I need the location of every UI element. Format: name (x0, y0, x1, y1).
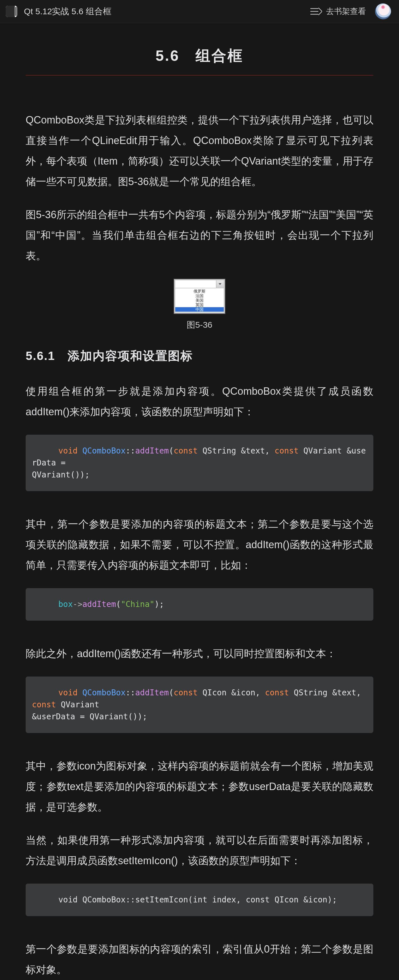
paragraph: 使用组合框的第一步就是添加内容项。QComboBox类提供了成员函数addIte… (26, 381, 373, 422)
book-icon[interactable] (6, 6, 17, 17)
avatar[interactable] (375, 3, 391, 19)
combo-list: 俄罗斯 法国 美国 英国 中国 (175, 288, 224, 312)
page-title: 5.6 组合框 (26, 46, 373, 66)
header-title: Qt 5.12实战 5.6 组合框 (24, 6, 111, 18)
code-block: box->addItem("China"); (26, 588, 373, 620)
figure: 俄罗斯 法国 美国 英国 中国 图5-36 (26, 278, 373, 331)
paragraph: 第一个参数是要添加图标的内容项的索引，索引值从0开始；第二个参数是图标对象。 (26, 939, 373, 980)
bookshelf-icon (309, 6, 322, 16)
header-left: Qt 5.12实战 5.6 组合框 (6, 6, 111, 18)
content: 5.6 组合框 QComboBox类是下拉列表框组控类，提供一个下拉列表供用户选… (0, 23, 399, 980)
combo-item: 俄罗斯 (175, 289, 224, 293)
combo-item: 美国 (175, 298, 224, 302)
combobox-figure: 俄罗斯 法国 美国 英国 中国 (174, 278, 225, 314)
combo-item-selected: 中国 (175, 307, 224, 312)
page: Qt 5.12实战 5.6 组合框 去书架查看 5.6 组合框 QCo (0, 0, 399, 980)
paragraph: 其中，参数icon为图标对象，这样内容项的标题前就会有一个图标，增加美观度；参数… (26, 756, 373, 818)
code-block: void QComboBox::addItem(const QIcon &ico… (26, 676, 373, 733)
bookshelf-label: 去书架查看 (326, 6, 366, 17)
header: Qt 5.12实战 5.6 组合框 去书架查看 (0, 0, 399, 23)
paragraph: 其中，第一个参数是要添加的内容项的标题文本；第二个参数是要与这个选项关联的隐藏数… (26, 514, 373, 576)
paragraph: 当然，如果使用第一种形式添加内容项，就可以在后面需要时再添加图标，方法是调用成员… (26, 830, 373, 871)
combo-item: 法国 (175, 293, 224, 298)
combo-item: 英国 (175, 302, 224, 307)
title-wrap: 5.6 组合框 (26, 46, 373, 76)
chevron-down-icon (216, 280, 224, 288)
code-block: void QComboBox::addItem(const QString &t… (26, 435, 373, 491)
subheading: 5.6.1 添加内容项和设置图标 (26, 348, 373, 364)
paragraph: 图5-36所示的组合框中一共有5个内容项，标题分别为“俄罗斯”“法国”“美国”“… (26, 205, 373, 266)
code-block: void QComboBox::setItemIcon(int index, c… (26, 884, 373, 916)
figure-caption: 图5-36 (26, 319, 373, 331)
header-right: 去书架查看 (309, 3, 391, 19)
bookshelf-link[interactable]: 去书架查看 (309, 6, 366, 17)
paragraphs: 除此之外，addItem()函数还有一种形式，可以同时控置图标和文本： (26, 643, 373, 664)
combo-field (175, 280, 224, 288)
paragraph: QComboBox类是下拉列表框组控类，提供一个下拉列表供用户选择，也可以直接当… (26, 110, 373, 192)
